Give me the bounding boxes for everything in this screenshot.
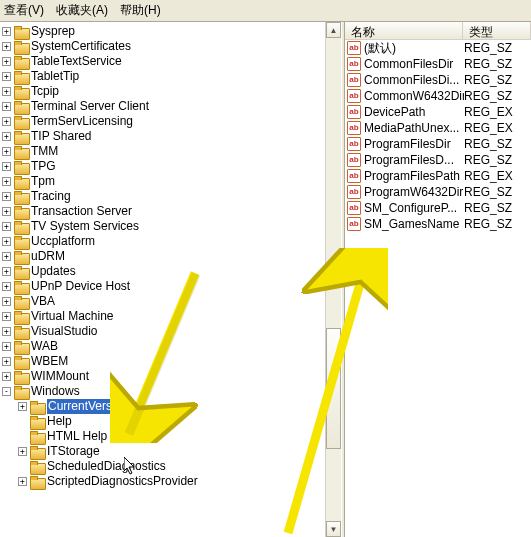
value-row[interactable]: abProgramFilesD...REG_SZ (345, 152, 531, 168)
tree-item[interactable]: +ITStorage (0, 444, 325, 459)
scroll-up-icon[interactable]: ▲ (326, 22, 341, 38)
tree-item[interactable]: Help (0, 414, 325, 429)
expander-icon[interactable]: + (2, 342, 11, 351)
value-row[interactable]: abCommonFilesDirREG_SZ (345, 56, 531, 72)
folder-icon (14, 371, 28, 383)
menu-view[interactable]: 查看(V) (4, 2, 44, 19)
column-headers: 名称 类型 (345, 22, 531, 40)
expander-icon[interactable]: + (2, 57, 11, 66)
tree-item[interactable]: +Virtual Machine (0, 309, 325, 324)
tree-item[interactable]: +uDRM (0, 249, 325, 264)
folder-icon (14, 176, 28, 188)
column-name[interactable]: 名称 (345, 22, 463, 39)
scroll-track[interactable] (326, 38, 341, 521)
folder-icon (14, 386, 28, 398)
value-row[interactable]: abSM_GamesNameREG_SZ (345, 216, 531, 232)
value-row[interactable]: abDevicePathREG_EX (345, 104, 531, 120)
value-row[interactable]: abProgramW6432DirREG_SZ (345, 184, 531, 200)
expander-icon[interactable]: + (2, 72, 11, 81)
tree-item[interactable]: +TIP Shared (0, 129, 325, 144)
expander-icon[interactable]: + (2, 327, 11, 336)
expander-icon[interactable]: + (2, 147, 11, 156)
tree-item[interactable]: +Tcpip (0, 84, 325, 99)
expander-icon[interactable]: + (2, 297, 11, 306)
tree-item[interactable]: +WAB (0, 339, 325, 354)
values-pane: 名称 类型 ab(默认)REG_SZabCommonFilesDirREG_SZ… (345, 22, 531, 537)
value-row[interactable]: abMediaPathUnex...REG_EX (345, 120, 531, 136)
tree-item[interactable]: HTML Help (0, 429, 325, 444)
expander-icon[interactable]: + (18, 447, 27, 456)
tree-item[interactable]: +CurrentVersion (0, 399, 325, 414)
value-row[interactable]: abSM_ConfigureP...REG_SZ (345, 200, 531, 216)
expander-icon[interactable]: + (2, 162, 11, 171)
expander-icon[interactable]: + (2, 252, 11, 261)
tree-item[interactable]: +TMM (0, 144, 325, 159)
value-name: MediaPathUnex... (364, 121, 464, 135)
tree-item[interactable]: +WBEM (0, 354, 325, 369)
expander-icon[interactable]: + (18, 402, 27, 411)
value-row[interactable]: ab(默认)REG_SZ (345, 40, 531, 56)
expander-icon[interactable]: + (2, 177, 11, 186)
string-value-icon: ab (347, 105, 361, 119)
value-row[interactable]: abCommonFilesDi...REG_SZ (345, 72, 531, 88)
tree-item[interactable]: +UPnP Device Host (0, 279, 325, 294)
value-name: ProgramW6432Dir (364, 185, 464, 199)
expander-icon[interactable]: + (2, 42, 11, 51)
expander-icon[interactable]: + (2, 132, 11, 141)
folder-icon (30, 401, 44, 413)
expander-icon[interactable]: + (2, 102, 11, 111)
expander-icon[interactable]: - (2, 387, 11, 396)
expander-icon[interactable]: + (2, 207, 11, 216)
column-type[interactable]: 类型 (463, 22, 531, 39)
expander-icon[interactable]: + (2, 357, 11, 366)
tree-item[interactable]: +Transaction Server (0, 204, 325, 219)
string-value-icon: ab (347, 89, 361, 103)
menu-favorites[interactable]: 收藏夹(A) (56, 2, 108, 19)
expander-icon[interactable]: + (2, 372, 11, 381)
expander-icon[interactable]: + (2, 312, 11, 321)
value-row[interactable]: abProgramFilesPathREG_EX (345, 168, 531, 184)
tree-item[interactable]: +Terminal Server Client (0, 99, 325, 114)
tree-item[interactable]: +Tpm (0, 174, 325, 189)
expander-icon[interactable]: + (2, 87, 11, 96)
expander-icon[interactable]: + (2, 282, 11, 291)
expander-icon[interactable]: + (2, 237, 11, 246)
tree-item[interactable]: -Windows (0, 384, 325, 399)
tree-item[interactable]: +TableTextService (0, 54, 325, 69)
tree-item[interactable]: +VBA (0, 294, 325, 309)
tree-item[interactable]: ScheduledDiagnostics (0, 459, 325, 474)
tree-item[interactable]: +TabletTip (0, 69, 325, 84)
tree-item-label: TermServLicensing (31, 114, 133, 129)
tree-item[interactable]: +TV System Services (0, 219, 325, 234)
folder-icon (14, 341, 28, 353)
folder-icon (14, 116, 28, 128)
expander-icon[interactable]: + (2, 222, 11, 231)
tree-item[interactable]: +TermServLicensing (0, 114, 325, 129)
folder-icon (14, 56, 28, 68)
expander-icon[interactable]: + (2, 192, 11, 201)
left-scrollbar[interactable]: ▲ ▼ (325, 22, 341, 537)
tree-item-label: WIMMount (31, 369, 89, 384)
string-value-icon: ab (347, 73, 361, 87)
tree-item[interactable]: +WIMMount (0, 369, 325, 384)
tree-item[interactable]: +Tracing (0, 189, 325, 204)
expander-icon[interactable]: + (2, 27, 11, 36)
tree-item[interactable]: +ScriptedDiagnosticsProvider (0, 474, 325, 489)
value-row[interactable]: abCommonW6432DirREG_SZ (345, 88, 531, 104)
expander-icon[interactable]: + (18, 477, 27, 486)
tree-item[interactable]: +TPG (0, 159, 325, 174)
tree-item[interactable]: +Updates (0, 264, 325, 279)
folder-icon (14, 86, 28, 98)
value-row[interactable]: abProgramFilesDirREG_SZ (345, 136, 531, 152)
tree-item[interactable]: +SystemCertificates (0, 39, 325, 54)
tree-item[interactable]: +VisualStudio (0, 324, 325, 339)
menu-help[interactable]: 帮助(H) (120, 2, 161, 19)
expander-icon[interactable]: + (2, 117, 11, 126)
scroll-thumb[interactable] (326, 328, 341, 449)
expander-icon[interactable]: + (2, 267, 11, 276)
tree-item[interactable]: +Sysprep (0, 24, 325, 39)
string-value-icon: ab (347, 153, 361, 167)
value-name: ProgramFilesDir (364, 137, 464, 151)
tree-item[interactable]: +Uccplatform (0, 234, 325, 249)
scroll-down-icon[interactable]: ▼ (326, 521, 341, 537)
